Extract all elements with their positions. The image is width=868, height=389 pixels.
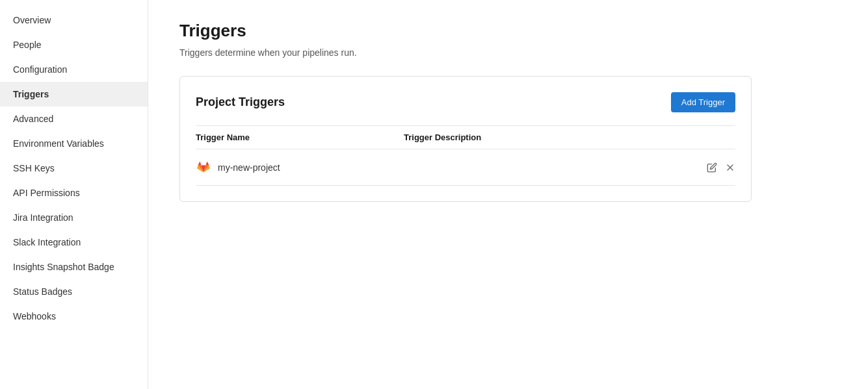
card-header: Project Triggers Add Trigger (196, 92, 735, 112)
sidebar-item-api-permissions[interactable]: API Permissions (0, 181, 148, 205)
sidebar-item-insights-snapshot-badge[interactable]: Insights Snapshot Badge (0, 255, 148, 279)
table-row: my-new-project (196, 149, 735, 186)
delete-trigger-button[interactable] (725, 162, 735, 173)
sidebar-item-overview[interactable]: Overview (0, 8, 148, 32)
gitlab-icon (196, 158, 211, 176)
sidebar-item-slack-integration[interactable]: Slack Integration (0, 230, 148, 255)
sidebar-item-environment-variables[interactable]: Environment Variables (0, 131, 148, 156)
sidebar-item-jira-integration[interactable]: Jira Integration (0, 205, 148, 230)
sidebar-item-ssh-keys[interactable]: SSH Keys (0, 156, 148, 181)
sidebar-item-configuration[interactable]: Configuration (0, 57, 148, 82)
main-content: Triggers Triggers determine when your pi… (148, 0, 868, 389)
sidebar-item-people[interactable]: People (0, 32, 148, 57)
trigger-row-actions (707, 162, 735, 173)
col-trigger-desc: Trigger Description (404, 132, 735, 142)
page-subtitle: Triggers determine when your pipelines r… (179, 47, 837, 58)
sidebar-item-advanced[interactable]: Advanced (0, 107, 148, 131)
page-title: Triggers (179, 21, 837, 41)
table-header: Trigger Name Trigger Description (196, 125, 735, 149)
sidebar-item-triggers[interactable]: Triggers (0, 82, 148, 107)
sidebar: OverviewPeopleConfigurationTriggersAdvan… (0, 0, 148, 389)
trigger-name-text: my-new-project (218, 162, 280, 173)
project-triggers-card: Project Triggers Add Trigger Trigger Nam… (179, 76, 752, 202)
sidebar-item-status-badges[interactable]: Status Badges (0, 279, 148, 304)
sidebar-item-webhooks[interactable]: Webhooks (0, 304, 148, 329)
triggers-table-body: my-new-project (196, 149, 735, 186)
add-trigger-button[interactable]: Add Trigger (671, 92, 735, 112)
col-trigger-name: Trigger Name (196, 132, 404, 142)
card-title: Project Triggers (196, 95, 285, 109)
edit-trigger-button[interactable] (707, 162, 717, 173)
trigger-name-cell: my-new-project (196, 158, 404, 176)
